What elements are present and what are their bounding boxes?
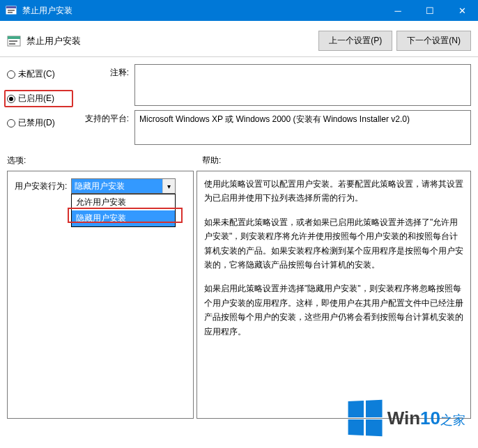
- behavior-label: 用户安装行为:: [15, 180, 67, 192]
- watermark: Win10之家: [347, 401, 465, 435]
- radio-label: 已禁用(D): [18, 117, 55, 129]
- window-controls: ─ ☐ ✕: [382, 0, 478, 21]
- maximize-button[interactable]: ☐: [414, 0, 446, 21]
- radio-unconfigured[interactable]: 未配置(C): [7, 68, 73, 80]
- panels: 用户安装行为: 隐藏用户安装 ▾ 允许用户安装 隐藏用户安装 使用此策略设置可以…: [0, 168, 478, 426]
- state-radios: 未配置(C) 已启用(E) 已禁用(D): [7, 64, 73, 145]
- page-title: 禁止用户安装: [26, 35, 314, 47]
- svg-rect-7: [9, 43, 15, 45]
- policy-icon: [7, 34, 21, 48]
- window-title: 禁止用户安装: [22, 5, 382, 17]
- help-para-1: 使用此策略设置可以配置用户安装。若要配置此策略设置，请将其设置为已启用并使用下拉…: [204, 177, 463, 206]
- platform-text: Microsoft Windows XP 或 Windows 2000 (安装有…: [134, 110, 471, 145]
- options-panel: 用户安装行为: 隐藏用户安装 ▾ 允许用户安装 隐藏用户安装: [7, 171, 194, 419]
- radio-label: 已启用(E): [18, 93, 54, 105]
- radio-icon: [7, 70, 15, 79]
- radio-icon: [7, 119, 15, 128]
- help-para-3: 如果启用此策略设置并选择"隐藏用户安装"，则安装程序将忽略按照每个用户安装的应用…: [204, 281, 463, 339]
- watermark-text: Win10之家: [387, 409, 465, 427]
- behavior-select[interactable]: 隐藏用户安装 ▾: [71, 178, 176, 194]
- svg-rect-5: [8, 36, 20, 39]
- comment-row: 注释:: [73, 64, 471, 106]
- comment-textarea[interactable]: [134, 64, 471, 106]
- wm-brand2: 10: [420, 408, 440, 428]
- svg-rect-3: [8, 12, 13, 13]
- radio-icon: [7, 95, 15, 103]
- close-button[interactable]: ✕: [446, 0, 478, 21]
- mid-headers: 选项: 帮助:: [0, 152, 478, 168]
- platform-label: 支持的平台:: [73, 110, 129, 145]
- minimize-button[interactable]: ─: [382, 0, 414, 21]
- titlebar: 禁止用户安装 ─ ☐ ✕: [0, 0, 478, 21]
- svg-rect-2: [8, 10, 15, 11]
- wm-sub: 之家: [440, 413, 465, 427]
- prev-setting-button[interactable]: 上一个设置(P): [318, 31, 392, 51]
- comment-label: 注释:: [73, 64, 129, 106]
- header-row: 禁止用户安装 上一个设置(P) 下一个设置(N): [0, 21, 478, 57]
- svg-rect-1: [6, 6, 16, 8]
- radio-disabled[interactable]: 已禁用(D): [7, 117, 73, 129]
- next-setting-button[interactable]: 下一个设置(N): [396, 31, 471, 51]
- help-header: 帮助:: [202, 155, 471, 167]
- fields-column: 注释: 支持的平台: Microsoft Windows XP 或 Window…: [73, 64, 471, 145]
- config-section: 未配置(C) 已启用(E) 已禁用(D) 注释: 支持的平台: Microsof…: [0, 57, 478, 152]
- radio-enabled[interactable]: 已启用(E): [7, 93, 69, 105]
- svg-rect-6: [9, 40, 17, 42]
- wm-brand1: Win: [387, 408, 420, 428]
- windows-logo-icon: [348, 400, 382, 436]
- help-para-2: 如果未配置此策略设置，或者如果已启用此策略设置并选择了"允许用户安装"，则安装程…: [204, 215, 463, 272]
- options-header: 选项:: [7, 155, 202, 167]
- help-panel: 使用此策略设置可以配置用户安装。若要配置此策略设置，请将其设置为已启用并使用下拉…: [196, 171, 471, 419]
- app-icon: [6, 5, 17, 16]
- behavior-row: 用户安装行为: 隐藏用户安装 ▾ 允许用户安装 隐藏用户安装: [15, 178, 186, 194]
- platform-row: 支持的平台: Microsoft Windows XP 或 Windows 20…: [73, 110, 471, 145]
- dropdown-item-allow[interactable]: 允许用户安装: [72, 194, 175, 210]
- chevron-down-icon: ▾: [162, 179, 175, 193]
- radio-label: 未配置(C): [18, 68, 55, 80]
- dropdown-item-hide[interactable]: 隐藏用户安装: [72, 210, 175, 226]
- behavior-dropdown: 允许用户安装 隐藏用户安装: [71, 194, 176, 227]
- behavior-selected: 隐藏用户安装: [72, 179, 162, 193]
- behavior-select-wrap: 隐藏用户安装 ▾ 允许用户安装 隐藏用户安装: [71, 178, 176, 194]
